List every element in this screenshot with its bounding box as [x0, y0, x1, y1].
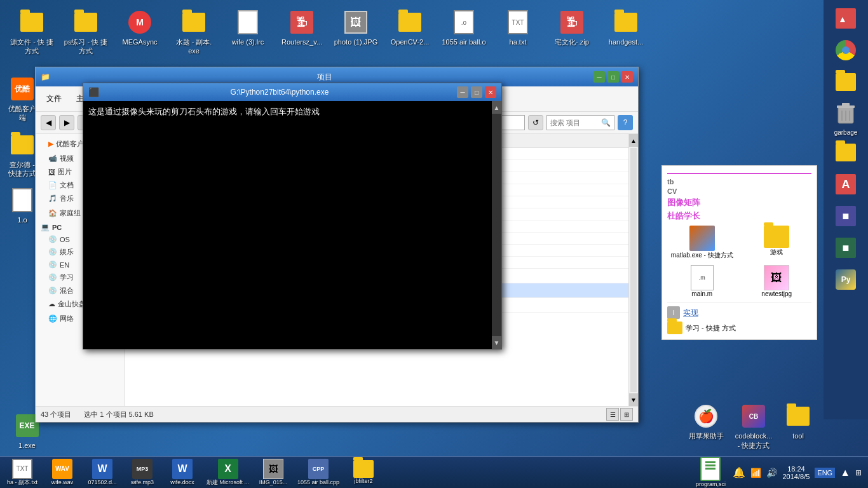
desktop-icon-ha[interactable]: TXT ha.txt — [492, 6, 543, 59]
file-list-scrollbar[interactable]: ▲ ▼ — [628, 134, 638, 406]
terminal-output-line: 这是通过摄像头来玩的剪刀石头布的游戏，请输入回车开始游戏 — [88, 106, 487, 118]
panel-icon-newtestjpg[interactable]: 🖼 newtestjpg — [742, 265, 812, 297]
svg-rect-10 — [842, 103, 850, 106]
tray-time-display: 18:24 — [782, 465, 810, 473]
terminal-maximize-btn[interactable]: □ — [471, 86, 482, 98]
desktop-icon-routersz[interactable]: 🗜 Routersz_v... — [276, 6, 327, 59]
panel-shortcut-label: 学习 - 快捷 方式 — [686, 323, 736, 333]
sidebar-icon-5[interactable]: ■ — [831, 201, 861, 231]
panel-I-icon: I — [667, 306, 680, 319]
view-grid-btn[interactable]: ⊞ — [620, 408, 633, 421]
search-input[interactable] — [550, 119, 601, 126]
maximize-button[interactable]: □ — [607, 71, 619, 83]
taskbar-jbfilter2-label: jbfilter2 — [355, 478, 373, 485]
taskbar: TXT ha - 副本.txt WAV wife.wav W 071502.d.… — [0, 456, 868, 488]
desktop-icon-label: 水题 - 副本. exe — [172, 37, 216, 56]
search-box[interactable]: 🔍 — [546, 115, 614, 130]
desktop-icon-shuiti[interactable]: 水题 - 副本. exe — [168, 6, 219, 59]
explorer-status-bar: 43 个项目 选中 1 个项目 5.61 KB ☰ ⊞ — [36, 406, 638, 422]
desktop-icons-top: 源文件 - 快 捷方式 ps练习 - 快 捷方式 M MEGAsync 水题 -… — [0, 0, 817, 65]
refresh-button[interactable]: ↺ — [528, 115, 543, 130]
panel-shixian-link[interactable]: 实现 — [683, 308, 698, 318]
tray-overflow-icon[interactable]: ⊞ — [855, 468, 862, 477]
terminal-scroll-up[interactable]: ▲ — [492, 101, 501, 114]
window-controls: ─ □ ✕ — [593, 71, 633, 83]
taskbar-item-jbfilter2[interactable]: jbfilter2 — [344, 458, 383, 487]
taskbar-item-program[interactable]: program,sci — [691, 455, 729, 488]
desktop-icon-ps[interactable]: ps练习 - 快 捷方式 — [60, 6, 111, 59]
panel-shortcut-item[interactable]: 学习 - 快捷 方式 — [667, 322, 811, 334]
taskbar-ha-label: ha - 副本.txt — [7, 479, 37, 487]
garbage-icon[interactable] — [831, 98, 861, 129]
desktop-icon-label: ha.txt — [510, 37, 527, 46]
taskbar-item-wife-docx[interactable]: W wife.docx — [163, 457, 201, 488]
sidebar-folder-icon[interactable] — [831, 67, 861, 97]
desktop-icon-wenjian[interactable]: 源文件 - 快 捷方式 — [6, 6, 57, 59]
svg-text:▲: ▲ — [838, 14, 847, 24]
scroll-down-btn[interactable]: ▼ — [629, 393, 638, 406]
tray-notification-icon[interactable]: 🔔 — [733, 466, 745, 478]
taskbar-wife-docx-label: wife.docx — [170, 479, 194, 487]
panel-icon-newtestjpg-label: newtestjpg — [761, 290, 792, 297]
sidebar-acrobat-icon[interactable]: A — [831, 169, 861, 200]
desktop-icon-tool[interactable]: tool — [779, 400, 817, 453]
taskbar-program-label: program,sci — [696, 481, 726, 488]
right-sidebar: ▲ garbage — [824, 0, 868, 419]
sidebar-top-icon[interactable]: ▲ — [831, 3, 861, 34]
taskbar-wife-mp3-label: wife.mp3 — [131, 479, 154, 487]
nav-forward-button[interactable]: ▶ — [59, 115, 74, 130]
terminal-minimize-btn[interactable]: ─ — [457, 86, 468, 98]
desktop-icon-opencv2[interactable]: OpenCV-2... — [384, 6, 435, 59]
terminal-body[interactable]: 这是通过摄像头来玩的剪刀石头布的游戏，请输入回车开始游戏 — [83, 101, 492, 349]
taskbar-item-ha[interactable]: TXT ha - 副本.txt — [3, 457, 41, 488]
toolbar-file-btn[interactable]: 文件 — [41, 91, 67, 107]
sidebar-icon-6[interactable]: ■ — [831, 233, 861, 263]
search-icon: 🔍 — [601, 118, 611, 127]
desktop-1exe-label: 1.exe — [18, 441, 36, 450]
sidebar-yellow-folder[interactable] — [831, 137, 861, 168]
sidebar-python-icon[interactable]: Py — [831, 264, 861, 295]
youku-label: 优酷客户端 — [6, 104, 38, 123]
terminal-close-btn[interactable]: ✕ — [485, 86, 496, 98]
panel-icon-youxi[interactable]: 游戏 — [742, 226, 812, 260]
scroll-up-btn[interactable]: ▲ — [629, 134, 638, 147]
taskbar-item-1055cpp[interactable]: CPP 1055 air ball.cpp — [294, 457, 342, 488]
help-button[interactable]: ? — [618, 115, 633, 130]
tray-lang-display[interactable]: ENG — [815, 468, 835, 478]
desktop-icon-mega[interactable]: M MEGAsync — [114, 6, 165, 59]
sidebar-chrome-icon[interactable] — [831, 35, 861, 65]
terminal-scrollbar[interactable]: ▲ ▼ — [492, 101, 501, 349]
tray-expand-icon[interactable]: ▲ — [840, 467, 850, 478]
nav-back-button[interactable]: ◀ — [41, 115, 56, 130]
desktop-icon-1055airball[interactable]: .o 1055 air ball.o — [438, 6, 489, 59]
desktop-icon-photo[interactable]: 🖼 photo (1).JPG — [330, 6, 381, 59]
desktop-icon-label: wife (3).lrc — [232, 37, 264, 46]
taskbar-item-xinjian[interactable]: X 新建 Microsoft ... — [203, 457, 252, 488]
desktop-bottom-right-icons: 🍎 用苹果助手 CB codeblock... - 快捷方式 tool — [684, 400, 817, 453]
taskbar-item-wife-mp3[interactable]: MP3 wife.mp3 — [123, 457, 161, 488]
desktop-icon-yongguopingguo[interactable]: 🍎 用苹果助手 — [684, 400, 728, 453]
desktop-icon-wife-lrc[interactable]: wife (3).lrc — [222, 6, 273, 59]
minimize-button[interactable]: ─ — [593, 71, 605, 83]
taskbar-item-071502[interactable]: W 071502.d... — [83, 457, 121, 488]
desktop-icon-handgest[interactable]: handgest... — [600, 6, 651, 59]
terminal-window-controls: ─ □ ✕ — [457, 86, 496, 98]
terminal-scroll-down[interactable]: ▼ — [492, 336, 501, 349]
garbage-container: garbage — [831, 98, 861, 136]
panel-icon-mainm[interactable]: .m main.m — [667, 265, 737, 297]
tray-clock[interactable]: 18:24 2014/8/5 — [782, 465, 810, 480]
taskbar-img015-label: IMG_015... — [259, 479, 288, 487]
close-button[interactable]: ✕ — [621, 71, 633, 83]
tray-volume-icon[interactable]: 🔊 — [766, 468, 777, 478]
terminal-titlebar: ⬛ G:\Python27bit64\python.exe ─ □ ✕ — [83, 83, 501, 101]
desktop-icon-codeblocks[interactable]: CB codeblock... - 快捷方式 — [731, 400, 776, 453]
desktop-icon-wenhua[interactable]: 🗜 宅文化-.zip — [546, 6, 597, 59]
tray-network-icon[interactable]: 📶 — [750, 468, 761, 478]
scroll-thumb[interactable] — [630, 148, 637, 392]
panel-link-section: I 实现 学习 - 快捷 方式 — [667, 302, 811, 334]
taskbar-item-wife-wav[interactable]: WAV wife.wav — [43, 457, 81, 488]
panel-divider — [667, 171, 811, 174]
view-list-btn[interactable]: ☰ — [606, 408, 619, 421]
taskbar-item-img015[interactable]: 🖼 IMG_015... — [254, 457, 292, 488]
panel-icon-matlab[interactable]: matlab.exe - 快捷方式 — [667, 226, 737, 260]
